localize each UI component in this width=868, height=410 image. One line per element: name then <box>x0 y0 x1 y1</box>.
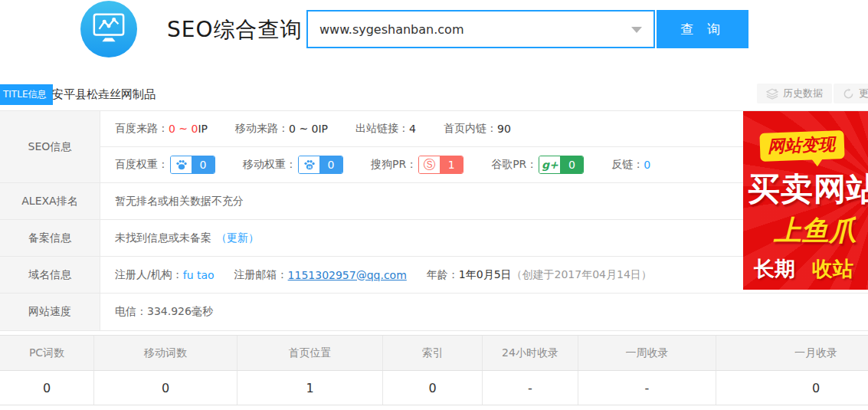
baidu-mobile-paw-icon: M <box>299 156 319 173</box>
sogou-icon: Ⓢ <box>419 156 440 173</box>
age-note: （创建于2017年04月14日） <box>512 268 652 282</box>
row-label: 备案信息 <box>0 220 100 256</box>
stats-header-row: PC词数 移动词数 首页位置 索引 24小时收录 一周收录 一月收录 <box>0 336 868 371</box>
homepage-inlinks-value: 90 <box>497 123 511 135</box>
ad-headline: 买卖网站 <box>748 168 868 211</box>
row-alexa: ALEXA排名 暂无排名或相关数据不充分 <box>0 183 868 220</box>
baidu-weight-badge[interactable]: 0 <box>170 156 215 174</box>
ad-banner[interactable]: 网站变现 买卖网站 上鱼爪 长期收站 <box>743 111 868 290</box>
svg-text:M: M <box>307 166 311 169</box>
col-header: 移动词数 <box>94 336 237 370</box>
mobile-weight-badge[interactable]: M 0 <box>298 156 343 174</box>
url-search-input[interactable] <box>306 10 655 48</box>
update-button-label: 更新 <box>859 87 868 100</box>
outlinks-label: 出站链接： <box>355 122 409 136</box>
row-label: SEO信息 <box>0 111 100 182</box>
icp-update-link[interactable]: （更新） <box>216 231 259 245</box>
registrant-label: 注册人/机构： <box>115 268 183 282</box>
page-title: SEO综合查询 <box>167 15 303 44</box>
ad-bubble-text: 网站变现 <box>759 130 844 162</box>
baidu-weight-label: 百度权重： <box>115 158 169 172</box>
col-header: 一周收录 <box>578 336 716 370</box>
chevron-down-icon[interactable] <box>631 27 642 33</box>
row-label: 域名信息 <box>0 257 100 293</box>
ad-subline: 上鱼爪 <box>774 212 857 250</box>
title-info-tag: TITLE信息 <box>0 84 53 105</box>
age-value: 1年0月5日 <box>459 268 512 282</box>
col-header: PC词数 <box>0 336 94 370</box>
icp-value: 未找到信息或未备案 <box>115 231 211 245</box>
baidu-traffic-value: 0 ~ 0 <box>169 123 198 135</box>
col-header: 24小时收录 <box>483 336 578 370</box>
sogou-pr-value: 1 <box>440 156 463 173</box>
sogou-pr-label: 搜狗PR： <box>371 158 417 172</box>
col-value: 1 <box>237 371 383 405</box>
update-button[interactable]: 更新 <box>834 84 868 103</box>
mobile-traffic-unit: IP <box>318 123 328 135</box>
baidu-traffic-label: 百度来路： <box>115 122 169 136</box>
ad-footline-left: 长期 <box>754 257 795 280</box>
history-data-label: 历史数据 <box>783 87 823 100</box>
ad-banner-background: 网站变现 买卖网站 上鱼爪 长期收站 <box>743 111 868 290</box>
seo-query-page: SEO综合查询 查 询 TITLE信息 安平县松垚丝网制品 历史数据 更新 SE… <box>0 0 868 410</box>
outlinks-value: 4 <box>409 123 416 135</box>
row-icp: 备案信息 未找到信息或未备案 （更新） <box>0 220 868 257</box>
col-value: 0 <box>0 371 94 405</box>
row-label: ALEXA排名 <box>0 183 100 219</box>
google-pr-value: 0 <box>560 156 583 173</box>
row-label: 网站速度 <box>0 294 100 330</box>
google-plus-icon: g+ <box>539 156 560 173</box>
mobile-weight-label: 移动权重： <box>243 158 296 172</box>
ad-footline-right: 收站 <box>812 257 853 280</box>
stats-value-row: 0 0 1 0 - - 0 <box>0 371 868 405</box>
registrant-link[interactable]: fu tao <box>183 269 215 281</box>
col-value: 0 <box>94 371 237 405</box>
site-logo <box>80 1 137 57</box>
col-value: 0 <box>716 371 868 405</box>
baidu-paw-icon <box>171 156 192 173</box>
col-header: 首页位置 <box>237 336 383 370</box>
col-value: - <box>483 371 578 405</box>
history-data-button[interactable]: 历史数据 <box>757 84 832 103</box>
seo-info-table: SEO信息 百度来路：0 ~ 0 IP 移动来路：0 ~ 0 IP 出站链接：4… <box>0 110 868 331</box>
refresh-icon <box>843 88 854 100</box>
layers-icon <box>766 88 778 100</box>
col-value: 0 <box>383 371 483 405</box>
speed-value: 电信：334.926毫秒 <box>100 294 868 330</box>
age-label: 年龄： <box>427 268 459 282</box>
mobile-traffic-label: 移动来路： <box>235 122 289 136</box>
email-label: 注册邮箱： <box>234 268 288 282</box>
backlinks-value: 0 <box>644 159 650 171</box>
baidu-traffic-unit: IP <box>198 123 208 135</box>
query-button[interactable]: 查 询 <box>657 10 748 48</box>
col-header: 索引 <box>383 336 483 370</box>
mobile-weight-value: 0 <box>319 156 342 173</box>
backlinks-label: 反链： <box>611 158 644 172</box>
google-pr-badge[interactable]: g+ 0 <box>539 156 584 174</box>
monitor-chart-icon <box>91 11 126 48</box>
row-seo-info: SEO信息 百度来路：0 ~ 0 IP 移动来路：0 ~ 0 IP 出站链接：4… <box>0 111 868 183</box>
search-bar: 查 询 <box>306 10 748 48</box>
homepage-inlinks-label: 首页内链： <box>444 122 497 136</box>
row-speed: 网站速度 电信：334.926毫秒 <box>0 294 868 331</box>
ad-footline: 长期收站 <box>754 255 853 283</box>
row-domain: 域名信息 注册人/机构： fu tao 注册邮箱： 1151302957@qq.… <box>0 257 868 294</box>
site-title-text: 安平县松垚丝网制品 <box>52 87 156 102</box>
google-pr-label: 谷歌PR： <box>491 158 537 172</box>
baidu-weight-value: 0 <box>192 156 215 173</box>
col-value: - <box>578 371 716 405</box>
col-header: 一月收录 <box>716 336 868 370</box>
sogou-pr-badge[interactable]: Ⓢ 1 <box>418 156 463 174</box>
keyword-stats-table: PC词数 移动词数 首页位置 索引 24小时收录 一周收录 一月收录 0 0 1… <box>0 335 868 405</box>
mobile-traffic-value: 0 ~ 0 <box>289 123 318 135</box>
email-link[interactable]: 1151302957@qq.com <box>288 269 407 281</box>
